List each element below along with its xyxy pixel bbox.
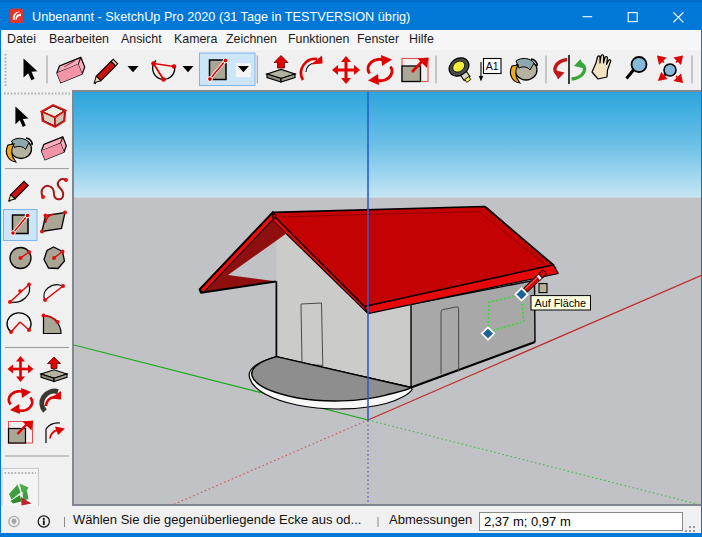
svg-text:Auf Fläche: Auf Fläche: [535, 297, 587, 309]
svg-text:A1: A1: [486, 60, 499, 72]
